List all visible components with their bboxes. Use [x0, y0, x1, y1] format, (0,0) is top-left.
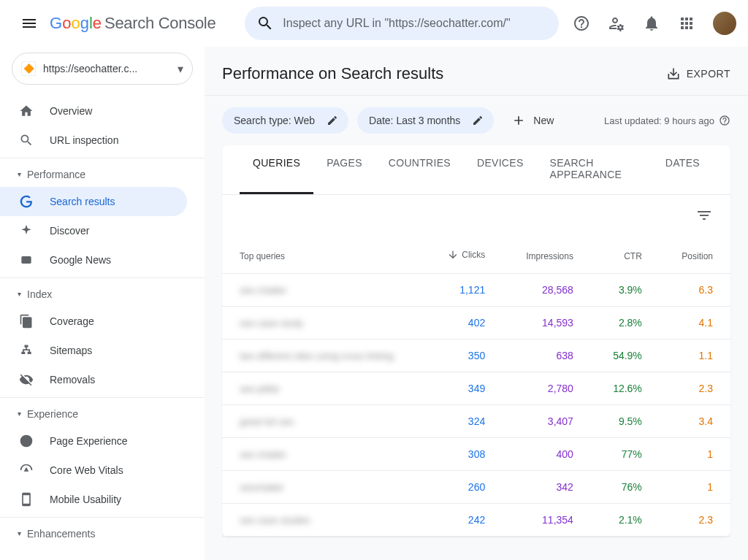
home-icon — [18, 104, 35, 118]
page-title: Performance on Search results — [222, 64, 443, 83]
circle-plus-icon — [18, 434, 35, 448]
sort-down-icon — [447, 249, 459, 261]
sidebar-section-performance[interactable]: ▾Performance — [0, 158, 205, 187]
svg-point-1 — [20, 435, 33, 448]
sidebar-item-label: Sitemaps — [50, 345, 92, 356]
col-position[interactable]: Position — [660, 239, 730, 274]
menu-icon — [20, 15, 38, 32]
sidebar-item-search-results[interactable]: Search results — [0, 187, 187, 216]
impressions-value: 28,568 — [503, 274, 591, 307]
help-button[interactable] — [567, 9, 596, 38]
news-icon — [18, 253, 35, 267]
sidebar-item-google-news[interactable]: Google News — [0, 245, 187, 275]
sidebar-item-coverage[interactable]: Coverage — [0, 307, 187, 336]
query-text: seo case study — [240, 318, 303, 329]
col-ctr[interactable]: CTR — [591, 239, 660, 274]
tab-pages[interactable]: PAGES — [313, 145, 375, 194]
hamburger-menu-button[interactable] — [12, 6, 47, 41]
product-name: Search Console — [104, 14, 215, 33]
queries-table: Top queries Clicks Impressions CTR Posit… — [222, 239, 730, 537]
query-text: seochatter — [240, 482, 284, 493]
url-inspect-input[interactable] — [283, 17, 547, 30]
ctr-value: 77% — [591, 438, 660, 471]
edit-icon — [468, 110, 488, 131]
smartphone-icon — [18, 492, 35, 507]
table-row[interactable]: seo chatter 1,121 28,568 3.9% 6.3 — [222, 274, 730, 307]
table-row[interactable]: seo chatter 308 400 77% 1 — [222, 438, 730, 471]
property-selector[interactable]: 🔶 https://seochatter.c... ▾ — [12, 53, 193, 85]
sidebar-item-sitemaps[interactable]: Sitemaps — [0, 336, 187, 365]
table-row[interactable]: seo case studies 242 11,354 2.1% 2.3 — [222, 504, 730, 537]
property-favicon: 🔶 — [21, 61, 36, 76]
caret-down-icon: ▾ — [18, 170, 21, 178]
impressions-value: 11,354 — [503, 504, 591, 537]
col-impressions[interactable]: Impressions — [503, 239, 591, 274]
position-value: 3.4 — [660, 405, 730, 438]
property-domain: https://seochatter.c... — [43, 63, 178, 74]
sidebar-item-label: Core Web Vitals — [50, 464, 123, 476]
sidebar-item-url-inspection[interactable]: URL inspection — [0, 126, 187, 155]
filter-chip-date[interactable]: Date: Last 3 months — [357, 107, 494, 134]
magnify-icon — [18, 133, 35, 147]
sidebar-item-mobile-usability[interactable]: Mobile Usability — [0, 485, 187, 514]
query-text: seo chatter — [240, 449, 286, 460]
sidebar-item-label: Mobile Usability — [50, 494, 121, 505]
col-clicks[interactable]: Clicks — [424, 239, 503, 274]
tab-countries[interactable]: COUNTRIES — [375, 145, 464, 194]
sidebar: 🔶 https://seochatter.c... ▾ Overview URL… — [0, 47, 205, 560]
table-filter-button[interactable] — [695, 207, 713, 227]
clicks-value: 260 — [424, 471, 503, 504]
add-filter-button[interactable]: New — [503, 107, 562, 134]
tab-devices[interactable]: DEVICES — [464, 145, 537, 194]
ctr-value: 76% — [591, 471, 660, 504]
tab-dates[interactable]: DATES — [652, 145, 713, 194]
query-text: great full seo — [240, 416, 294, 427]
account-avatar[interactable] — [713, 12, 736, 35]
users-settings-button[interactable] — [602, 9, 631, 38]
edit-icon — [322, 110, 343, 131]
apps-button[interactable] — [672, 9, 701, 38]
sidebar-item-core-web-vitals[interactable]: Core Web Vitals — [0, 456, 187, 485]
export-button[interactable]: EXPORT — [666, 66, 730, 81]
help-icon — [573, 15, 590, 32]
clicks-value: 324 — [424, 405, 503, 438]
tab-queries[interactable]: QUERIES — [240, 145, 313, 194]
sidebar-section-index[interactable]: ▾Index — [0, 277, 205, 307]
tab-search-appearance[interactable]: SEARCH APPEARANCE — [537, 145, 652, 194]
person-gear-icon — [608, 15, 625, 32]
impressions-value: 2,780 — [503, 372, 591, 405]
query-text: seo case studies — [240, 515, 310, 526]
help-icon[interactable] — [719, 115, 730, 126]
product-logo[interactable]: Google Search Console — [50, 14, 215, 33]
sidebar-item-label: Page Experience — [50, 435, 128, 447]
ctr-value: 12.6% — [591, 372, 660, 405]
position-value: 2.3 — [660, 504, 730, 537]
sidebar-item-label: Removals — [50, 374, 95, 386]
table-row[interactable]: seo piillar 349 2,780 12.6% 2.3 — [222, 372, 730, 405]
filter-chip-search-type[interactable]: Search type: Web — [222, 107, 348, 134]
col-query[interactable]: Top queries — [222, 239, 424, 274]
clicks-value: 308 — [424, 438, 503, 471]
table-row[interactable]: two different sites using cross linking … — [222, 340, 730, 372]
caret-down-icon: ▾ — [18, 290, 21, 298]
sidebar-item-label: URL inspection — [50, 134, 118, 146]
table-row[interactable]: seo case study 402 14,593 2.8% 4.1 — [222, 307, 730, 340]
notifications-button[interactable] — [637, 9, 666, 38]
sidebar-item-overview[interactable]: Overview — [0, 96, 187, 126]
table-row[interactable]: seochatter 260 342 76% 1 — [222, 471, 730, 504]
url-inspect-search[interactable] — [245, 7, 559, 40]
sitemap-icon — [18, 343, 35, 358]
table-row[interactable]: great full seo 324 3,407 9.5% 3.4 — [222, 405, 730, 438]
sidebar-section-experience[interactable]: ▾Experience — [0, 397, 205, 426]
sidebar-item-removals[interactable]: Removals — [0, 365, 187, 394]
plus-icon — [511, 113, 526, 128]
sidebar-section-enhancements[interactable]: ▾Enhancements — [0, 517, 205, 546]
sidebar-item-discover[interactable]: Discover — [0, 216, 187, 245]
position-value: 1 — [660, 438, 730, 471]
impressions-value: 3,407 — [503, 405, 591, 438]
google-logo: Google — [50, 14, 102, 33]
position-value: 1 — [660, 471, 730, 504]
sidebar-item-page-experience[interactable]: Page Experience — [0, 426, 187, 456]
apps-grid-icon — [678, 15, 695, 32]
main-content: Performance on Search results EXPORT Sea… — [205, 47, 748, 560]
